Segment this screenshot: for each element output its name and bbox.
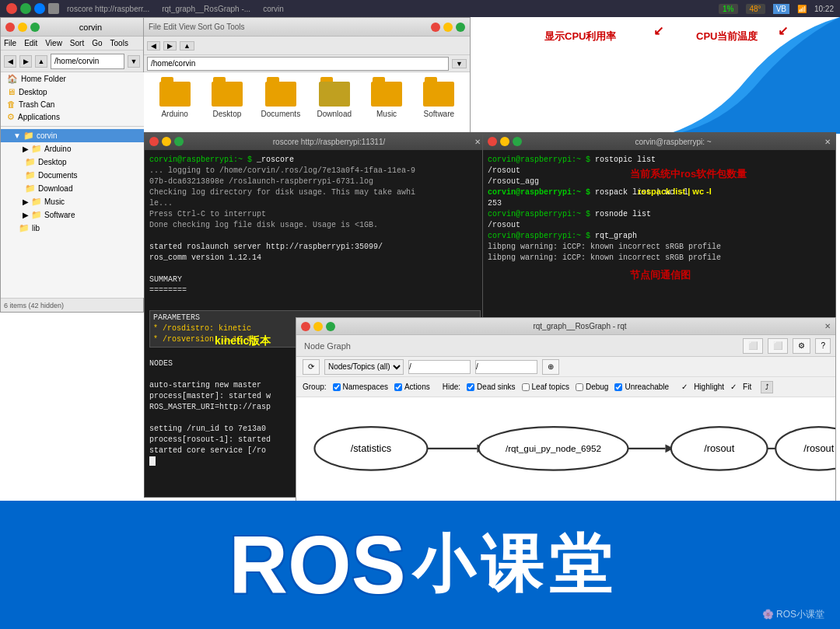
banner-hall: 堂 — [549, 523, 611, 607]
app-icon-2[interactable] — [20, 3, 31, 14]
tree-corvin[interactable]: ▼ 📁 corvin — [1, 129, 144, 142]
divider — [1, 126, 144, 127]
cpu-annotation: 显示CPU利用率 — [544, 30, 616, 44]
menu-view[interactable]: View — [45, 39, 62, 47]
trash-icon: 🗑 — [7, 100, 16, 109]
fmm-close[interactable] — [431, 23, 440, 32]
tr-max[interactable] — [513, 137, 522, 146]
rqt-toolbar-btn4[interactable]: ? — [815, 338, 831, 354]
tree-download[interactable]: 📁 Download — [1, 182, 144, 195]
tr-line-5: 253 — [488, 198, 831, 209]
dead-sinks-check[interactable]: Dead sinks — [467, 383, 515, 391]
fmm-path-input[interactable]: /home/corvin — [147, 57, 449, 71]
menu-file[interactable]: File — [4, 39, 16, 47]
maximize-button[interactable] — [30, 23, 40, 32]
tr-close[interactable] — [488, 137, 497, 146]
close-button[interactable] — [5, 23, 15, 32]
debug-checkbox[interactable] — [576, 383, 583, 391]
folder-software[interactable]: Software — [421, 82, 457, 118]
fmm-back-btn[interactable]: ◀ — [147, 41, 160, 51]
rqt-max[interactable] — [326, 322, 335, 331]
rqt-nodes-dropdown[interactable]: Nodes/Topics (all) — [324, 359, 404, 375]
tree-music[interactable]: ▶ 📁 Music — [1, 195, 144, 208]
dead-sinks-checkbox[interactable] — [467, 383, 474, 391]
actions-checkbox[interactable] — [394, 383, 402, 391]
app-icon-4[interactable] — [48, 3, 59, 14]
rqt-close2[interactable]: ✕ — [824, 322, 831, 330]
tc-line-7: Done checking log file disk usage. Usage… — [149, 220, 481, 231]
fmm-max[interactable] — [456, 23, 465, 32]
svg-text:/rqt_gui_py_node_6952: /rqt_gui_py_node_6952 — [506, 443, 601, 453]
sidebar-home[interactable]: 🏠 Home Folder — [1, 72, 144, 86]
rqt-filter-input2[interactable] — [475, 360, 537, 374]
menu-tools[interactable]: Tools — [110, 39, 128, 47]
app-icon-1[interactable] — [6, 3, 17, 14]
tc-close[interactable] — [149, 137, 159, 146]
tr-min[interactable] — [500, 137, 509, 146]
fmm-path-dropdown[interactable]: ▼ — [452, 59, 467, 68]
rqt-refresh-btn[interactable]: ⟳ — [303, 359, 320, 375]
tc-close2[interactable]: ✕ — [474, 138, 481, 146]
rqt-filter-input1[interactable] — [408, 360, 471, 374]
tree-software[interactable]: ▶ 📁 Software — [1, 208, 144, 222]
menu-edit[interactable]: Edit — [24, 39, 37, 47]
tc-max[interactable] — [174, 137, 184, 146]
sidebar-trash-label: Trash Can — [19, 100, 54, 109]
tree-documents[interactable]: 📁 Documents — [1, 169, 144, 182]
debug-check[interactable]: Debug — [576, 383, 608, 391]
minimize-button[interactable] — [18, 23, 27, 32]
toolbar-btn-1[interactable]: ◀ — [4, 55, 16, 68]
sidebar-home-label: Home Folder — [21, 75, 66, 83]
tc-line-5: le... — [149, 198, 481, 209]
actions-check[interactable]: Actions — [394, 383, 430, 391]
system-bar: roscore http://raspberr... rqt_graph__Ro… — [0, 0, 840, 17]
tc-line-1: corvin@raspberrypi:~ $ _roscore — [149, 155, 481, 166]
toolbar-btn-3[interactable]: ▲ — [35, 55, 47, 68]
rqt-toolbar-btn2[interactable]: ⬜ — [768, 338, 788, 354]
rqt-filter-btn[interactable]: ⊕ — [542, 359, 559, 375]
node-graph-annotation: 节点间通信图 — [630, 268, 691, 282]
rqt-export-btn[interactable]: ⤴ — [761, 381, 773, 393]
system-bar-right: 1% 48° VB 📶 10:22 — [719, 4, 834, 14]
fmm-forward-btn[interactable]: ▶ — [163, 41, 177, 51]
unreachable-check[interactable]: Unreachable — [614, 383, 669, 391]
folder-documents[interactable]: Documents — [261, 82, 301, 118]
rqt-toolbar-btn3[interactable]: ⚙ — [793, 338, 810, 354]
rqt-graph-window: rqt_graph__RosGraph - rqt ✕ Node Graph ⬜… — [296, 317, 836, 504]
tree-arduino-label: Arduino — [44, 145, 71, 153]
sidebar-applications[interactable]: ⚙ Applications — [1, 110, 144, 124]
leaf-topics-check[interactable]: Leaf topics — [522, 383, 569, 391]
unreachable-checkbox[interactable] — [614, 383, 622, 391]
folder-desktop[interactable]: Desktop — [208, 82, 245, 118]
rqt-close[interactable] — [301, 322, 310, 331]
terminal-rostopic-title: corvin@raspberrypi: ~ — [525, 138, 821, 146]
file-manager-title: corvin — [43, 23, 138, 32]
tc-line-eq: ======== — [149, 285, 481, 296]
fmm-up-btn[interactable]: ▲ — [180, 41, 194, 51]
namespaces-checkbox[interactable] — [333, 383, 341, 391]
app-icon-3[interactable] — [34, 3, 45, 14]
tr-close2[interactable]: ✕ — [824, 138, 831, 146]
namespaces-check[interactable]: Namespaces — [333, 383, 388, 391]
tree-arduino[interactable]: ▶ 📁 Arduino — [1, 142, 144, 156]
menu-sort[interactable]: Sort — [70, 39, 84, 47]
menu-go[interactable]: Go — [92, 39, 102, 47]
tree-desktop2[interactable]: 📁 Desktop — [1, 156, 144, 169]
toolbar-btn-4[interactable]: ▼ — [128, 55, 140, 68]
rqt-toolbar-btn1[interactable]: ⬜ — [743, 338, 763, 354]
folder-arduino[interactable]: Arduino — [156, 82, 193, 118]
sidebar-trash[interactable]: 🗑 Trash Can — [1, 98, 144, 110]
tc-min[interactable] — [162, 137, 171, 146]
arduino-label: Arduino — [161, 110, 187, 118]
leaf-topics-checkbox[interactable] — [522, 383, 530, 391]
fmm-min[interactable] — [443, 23, 453, 32]
folder-music[interactable]: Music — [368, 82, 404, 118]
music-folder-icon — [371, 82, 402, 107]
toolbar-btn-2[interactable]: ▶ — [19, 55, 32, 68]
path-bar[interactable]: /home/corvin — [51, 54, 124, 69]
sidebar-desktop[interactable]: 🖥 Desktop — [1, 86, 144, 98]
tree-lib[interactable]: 📁 lib — [1, 222, 144, 235]
folder-download[interactable]: Download — [316, 82, 352, 118]
bottom-banner: ROS 小 课 堂 🌸 ROS小课堂 — [0, 501, 840, 629]
rqt-min[interactable] — [313, 322, 323, 331]
